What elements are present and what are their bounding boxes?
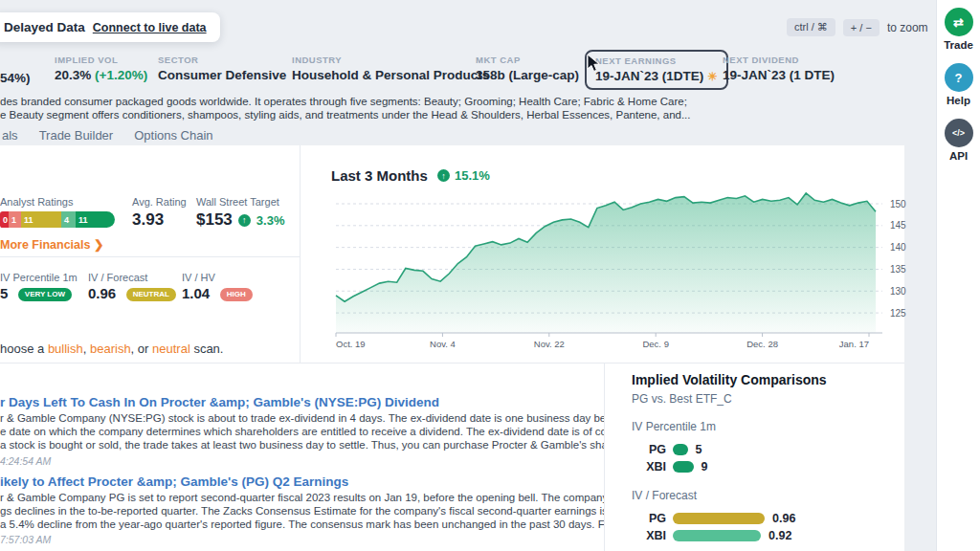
iv-percentile-value: 5 VERY LOW (0, 285, 72, 302)
iv-row-name: XBI (632, 529, 666, 542)
stat-next-dividend: NEXT DIVIDEND 19-JAN`23 (1 DTE) (723, 55, 835, 82)
rating-segment: 1 (9, 211, 21, 228)
avg-rating-value: 3.93 (132, 210, 164, 230)
rating-segment: 0 (0, 211, 9, 228)
right-sidebar: ⇄Trade?Help</>API (936, 0, 980, 551)
neutral-badge: NEUTRAL (126, 288, 176, 301)
x-axis-tick-label: Jan. 17 (839, 339, 869, 349)
price-area-chart: 150145140135130125Oct. 19Nov. 4Nov. 22De… (316, 159, 909, 356)
news-article-line: a stock is bought or sold, the trade tak… (0, 439, 604, 451)
delayed-data-label: Delayed Data (4, 20, 85, 34)
sidebar-item-label: API (949, 150, 968, 162)
iv-row-value: 5 (696, 443, 702, 456)
rating-segment: 11 (21, 211, 61, 228)
news-article-title[interactable]: r Days Left To Cash In On Procter &amp; … (0, 395, 604, 409)
iv-panel-title: Implied Volatility Comparisons (632, 372, 890, 387)
iv-row-value: 0.96 (772, 512, 795, 525)
y-axis-tick-label: 140 (890, 242, 906, 253)
iv-forecast-label: IV / Forecast (88, 272, 147, 283)
iv-row-bar (673, 444, 688, 455)
sun-icon: ☀ (707, 70, 718, 83)
neutral-link[interactable]: neutral (152, 342, 190, 356)
x-axis-tick-label: Nov. 22 (534, 339, 565, 349)
divider-under-financials (0, 256, 300, 257)
analyst-ratings-bar: 0111411 (0, 211, 115, 228)
company-description-line2: e Beauty segment offers conditioners, sh… (0, 109, 904, 121)
news-article-line: gs declines in the to-be-reported quarte… (0, 505, 604, 517)
sidebar-item-help[interactable]: ?Help (937, 63, 980, 106)
question-mark-icon: ? (945, 63, 973, 92)
iv-panel-subtitle: PG vs. Best ETF_C (632, 392, 890, 406)
iv-section-label: IV / Forecast (632, 489, 890, 502)
y-axis-tick-label: 135 (890, 264, 906, 275)
plus-minus-key-badge: + / − (843, 19, 880, 36)
stat-next-earnings[interactable]: NEXT EARNINGS 19-JAN`23 (1DTE) ☀ (585, 50, 728, 90)
zoom-hint-text: to zoom (887, 21, 928, 34)
tab-bar: alsTrade BuilderOptions Chain (2, 128, 213, 143)
stat-implied-vol: IMPLIED VOL 20.3% (+1.20%) (55, 55, 147, 82)
news-article-line: r & Gamble Company PG is set to report s… (0, 492, 604, 503)
iv-section-label: IV Percentile 1m (632, 420, 890, 433)
arrow-up-icon: ↑ (238, 214, 251, 227)
news-article-timestamp: 7:57:03 AM (0, 534, 51, 545)
divider-vertical-left (300, 145, 301, 363)
implied-volatility-panel: Implied Volatility Comparisons PG vs. Be… (632, 372, 890, 551)
very-low-badge: VERY LOW (18, 288, 72, 301)
sidebar-item-trade[interactable]: ⇄Trade (937, 8, 980, 51)
stat-sector: SECTOR Consumer Defensive (158, 55, 286, 82)
divider-vertical-right (604, 363, 605, 551)
iv-row-value: 9 (702, 460, 708, 474)
iv-percentile-label: IV Percentile 1m (0, 272, 78, 283)
sidebar-item-label: Trade (944, 39, 973, 51)
mouse-cursor (587, 54, 601, 73)
ctrl-cmd-key-badge: ctrl / ⌘ (787, 18, 835, 36)
iv-row-bar (673, 530, 761, 541)
bullish-link[interactable]: bullish (48, 342, 83, 356)
news-article-line: r & Gamble Company (NYSE:PG) stock is ab… (0, 412, 604, 424)
stat-industry: INDUSTRY Household & Personal Products (292, 55, 489, 82)
wall-street-target-value: $153 ↑ 3.3% (196, 210, 284, 230)
news-article-timestamp: 4:24:54 AM (0, 455, 51, 467)
iv-comparison-row: XBI9 (632, 458, 890, 474)
iv-hv-label: IV / HV (182, 272, 215, 283)
avg-rating-label: Avg. Rating (132, 196, 187, 208)
news-article-line: e date on which the company determines w… (0, 426, 604, 437)
news-article-title[interactable]: ikely to Affect Procter &amp; Gamble's (… (0, 474, 604, 489)
iv-comparison-row: PG5 (632, 441, 890, 457)
price-change-partial: 54%) (0, 68, 31, 85)
x-axis-tick-label: Nov. 4 (430, 339, 456, 349)
iv-row-value: 0.92 (768, 529, 791, 542)
x-axis-tick-label: Oct. 19 (336, 339, 366, 349)
divider-horizontal (0, 363, 904, 364)
tab-trade-builder[interactable]: Trade Builder (39, 128, 114, 143)
wall-street-target-label: Wall Street Target (196, 196, 279, 208)
iv-row-bar (673, 513, 765, 524)
high-badge: HIGH (220, 288, 253, 301)
iv-row-bar (673, 461, 694, 473)
connect-live-data-link[interactable]: Connect to live data (93, 21, 207, 34)
code-slash-icon: </> (945, 119, 973, 147)
iv-forecast-value: 0.96 NEUTRAL (88, 285, 176, 302)
delayed-data-banner: Delayed Data Connect to live data (0, 12, 220, 42)
sidebar-item-label: Help (947, 95, 970, 106)
tab-als[interactable]: als (2, 128, 18, 143)
y-axis-tick-label: 130 (890, 286, 906, 297)
rating-segment: 4 (61, 211, 76, 228)
y-axis-tick-label: 150 (890, 199, 906, 209)
swap-arrows-icon: ⇄ (945, 8, 973, 36)
y-axis-tick-label: 145 (890, 220, 906, 231)
y-axis-tick-label: 125 (890, 308, 906, 319)
iv-row-name: XBI (632, 460, 666, 474)
news-article-line: a 5.4% decline from the year-ago quarter… (0, 518, 604, 530)
bearish-link[interactable]: bearish (90, 342, 131, 356)
company-description-line1: des branded consumer packaged goods worl… (0, 96, 904, 107)
iv-comparison-row: PG0.96 (632, 510, 890, 526)
analyst-ratings-label: Analyst Ratings (0, 196, 73, 208)
more-financials-link[interactable]: More Financials ❯ (0, 237, 103, 252)
x-axis-tick-label: Dec. 28 (746, 339, 778, 349)
iv-comparison-row: XBI0.92 (632, 527, 890, 543)
iv-hv-value: 1.04 HIGH (182, 285, 253, 302)
sidebar-item-api[interactable]: </>API (937, 119, 980, 162)
zoom-hint: ctrl / ⌘ + / − to zoom (787, 18, 928, 36)
tab-options-chain[interactable]: Options Chain (134, 128, 212, 143)
